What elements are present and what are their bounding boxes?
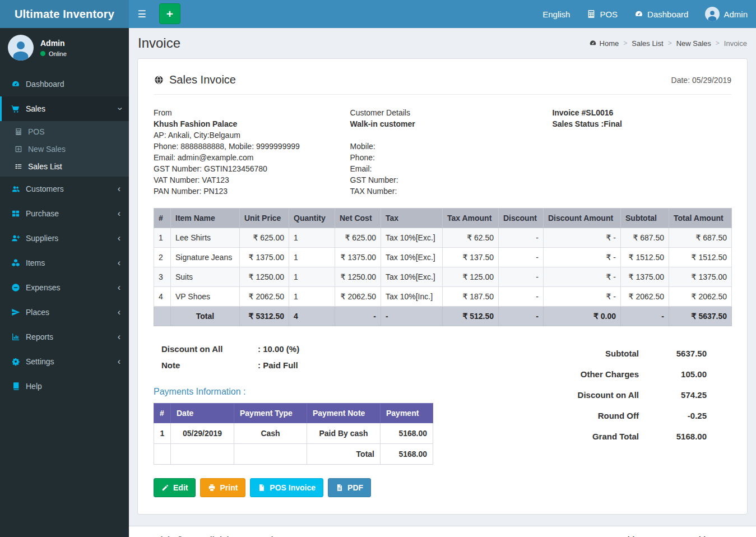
calculator-icon [587,10,596,18]
sidebar-item-purchase[interactable]: Purchase ‹ [0,201,129,226]
table-row: 3Suits₹ 1250.001₹ 1250.00Tax 10%[Exc.]₹ … [154,267,732,287]
file-pdf-icon [336,484,344,492]
table-cell: 4 [154,287,171,307]
breadcrumb: Home > Sales List > New Sales > Invoice [589,39,747,48]
summary-grand-total: Grand Total 5168.00 [551,426,731,447]
table-cell: ₹ 1375.00 [240,248,289,267]
edit-button[interactable]: Edit [154,478,196,497]
invoice-items-table: #Item NameUnit PriceQuantityNet CostTaxT… [154,208,732,326]
table-cell: 1 [289,228,335,248]
hamburger-icon: ☰ [137,9,146,20]
nav-pos[interactable]: POS [578,0,626,28]
pos-invoice-button[interactable]: POS Invoice [250,478,323,497]
breadcrumb-separator: > [668,39,672,47]
pos-invoice-button-label: POS Invoice [270,483,316,492]
breadcrumb-label: Sales List [632,39,663,48]
table-total-row: Total₹ 5312.504--₹ 512.50-₹ 0.00-₹ 5637.… [154,307,732,326]
customer-phone: Phone: [350,152,553,163]
summary-value: 5168.00 [639,432,731,441]
sidebar-item-pos[interactable]: POS [0,123,129,140]
sidebar-item-expenses[interactable]: Expenses ‹ [0,275,129,300]
column-header: # [154,404,171,423]
column-header: Tax [381,209,443,228]
table-cell: ₹ 2062.50 [669,287,732,307]
breadcrumb-new-sales[interactable]: New Sales [676,39,711,48]
table-total-cell: - [499,307,544,326]
sidebar-item-sales[interactable]: Sales ‹ [0,96,129,121]
table-cell: ₹ - [544,287,621,307]
table-cell: ₹ 1375.00 [335,248,381,267]
gauge-icon [8,80,22,89]
brand-logo[interactable]: Ultimate Inventory [0,0,129,28]
globe-icon [154,75,164,85]
customer-details: Customer Details Walk-in customer Mobile… [350,107,553,197]
sidebar-toggle-button[interactable]: ☰ [129,0,155,28]
sidebar-item-label: Places [26,308,49,317]
note-value: : Paid Full [258,360,298,370]
seller-email: Email: admin@example.com [154,152,350,163]
gauge-icon [589,39,597,47]
sidebar-item-reports[interactable]: Reports ‹ [0,325,129,349]
table-cell: 1 [289,287,335,307]
column-header: Tax Amount [443,209,499,228]
sidebar-item-help[interactable]: Help [0,374,129,399]
invoice-parties: From Khush Fashion Palace AP: Ankali, Ci… [154,107,731,197]
quick-add-button[interactable]: + [159,3,180,24]
summary-subtotal: Subtotal 5637.50 [551,343,731,364]
table-cell: ₹ 125.00 [443,267,499,287]
sidebar-item-items[interactable]: Items ‹ [0,251,129,275]
discount-value: : 10.00 (%) [258,344,299,354]
print-button[interactable]: Print [200,478,245,497]
breadcrumb-home[interactable]: Home [589,39,619,48]
sidebar-item-customers[interactable]: Customers ‹ [0,177,129,201]
table-total-row: Total5168.00 [154,444,433,465]
table-cell: Cash [234,423,307,444]
sidebar-sales-submenu: POS New Sales Sales List [0,121,129,177]
sidebar-item-sales-list[interactable]: Sales List [0,158,129,175]
table-header-row: #DatePayment TypePayment NotePayment [154,404,433,423]
seller-address: AP: Ankali, City:Belgaum [154,129,350,141]
sidebar-item-suppliers[interactable]: Suppliers ‹ [0,226,129,251]
table-cell: ₹ 1375.00 [669,267,732,287]
nav-user[interactable]: Admin [697,0,756,28]
nav-language[interactable]: English [534,0,578,28]
column-header: Total Amount [669,209,732,228]
nav-dashboard[interactable]: Dashboard [626,0,697,28]
table-cell: ₹ 687.50 [621,228,669,248]
table-cell: 1 [289,267,335,287]
brand-title: Ultimate Inventory [15,8,114,21]
chevron-left-icon: ‹ [118,283,120,292]
column-header: # [154,209,171,228]
table-cell: 1 [154,423,171,444]
bar-chart-icon [8,332,22,341]
summary-discount: Discount on All 574.25 [551,385,731,405]
sidebar-item-settings[interactable]: Settings ‹ [0,349,129,374]
list-icon [12,163,25,170]
table-total-cell: ₹ 5637.50 [669,307,732,326]
file-icon [258,484,266,492]
breadcrumb-sales-list[interactable]: Sales List [632,39,663,48]
table-cell: Tax 10%[Exc.] [381,228,443,248]
sidebar-item-label: Sales List [28,162,62,171]
chevron-left-icon: ‹ [118,234,120,243]
table-total-cell: - [621,307,669,326]
invoice-meta: Invoice #SL0016 Sales Status :Final [552,107,731,197]
table-cell: ₹ 687.50 [669,228,732,248]
column-header: Item Name [171,209,240,228]
gears-icon [8,357,22,366]
user-plus-icon [8,234,22,243]
sidebar-item-new-sales[interactable]: New Sales [0,140,129,158]
user-avatar [8,35,34,61]
invoice-date: Date: 05/29/2019 [671,76,731,85]
sidebar-user-panel: Admin Online [0,28,129,68]
breadcrumb-label: New Sales [676,39,711,48]
sidebar-item-dashboard[interactable]: Dashboard [0,72,129,96]
invoice-number: Invoice #SL0016 [552,107,731,118]
column-header: Subtotal [621,209,669,228]
table-row: 1Lee Shirts₹ 625.001₹ 625.00Tax 10%[Exc.… [154,228,732,248]
sidebar-item-places[interactable]: Places ‹ [0,300,129,325]
column-header: Payment Note [307,404,381,423]
table-total-cell [171,444,234,465]
pdf-button[interactable]: PDF [328,478,371,497]
table-cell: ₹ 187.50 [443,287,499,307]
